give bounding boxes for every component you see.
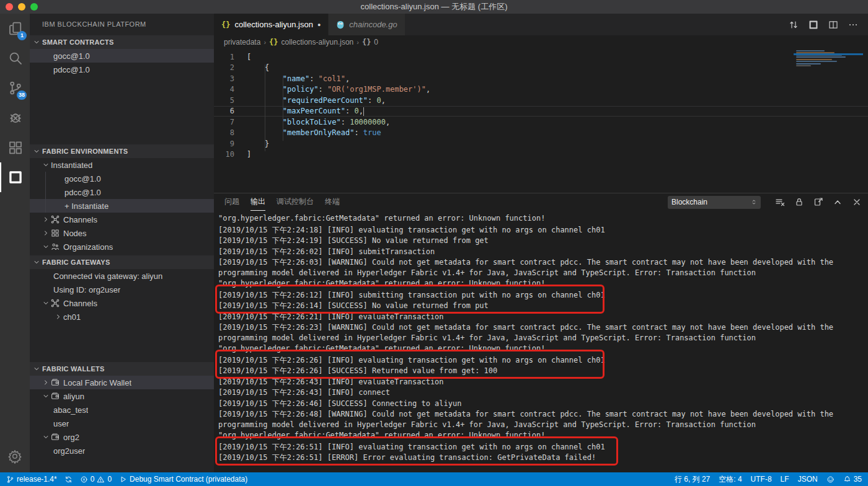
breadcrumb-item-0[interactable]: {}0 bbox=[362, 38, 378, 46]
tree-item-org2[interactable]: org2 bbox=[30, 430, 214, 444]
section-header-fabric-wallets[interactable]: FABRIC WALLETS bbox=[30, 362, 214, 376]
extensions-icon bbox=[8, 140, 23, 155]
code-line-6[interactable]: 6 "maxPeerCount": 0, bbox=[214, 106, 868, 117]
status-debug-launch[interactable]: Debug Smart Contract (privatedata) bbox=[119, 475, 247, 484]
status-indentation[interactable]: 空格: 4 bbox=[719, 474, 742, 485]
log-line-21: "org.hyperledger.fabric:GetMetadata" ret… bbox=[218, 431, 868, 442]
bell-icon bbox=[843, 475, 851, 484]
status-branch-label: release-1.4* bbox=[17, 475, 57, 484]
modified-dot-icon[interactable]: ● bbox=[317, 22, 321, 28]
code-line-1[interactable]: 1[ bbox=[214, 51, 868, 63]
wallet-icon bbox=[51, 378, 63, 387]
panel-tab-[interactable]: 问题 bbox=[224, 193, 239, 211]
tree-item-instantiated[interactable]: Instantiated bbox=[30, 158, 214, 172]
output-channel-select[interactable]: Blockchain bbox=[668, 196, 761, 209]
code-line-5[interactable]: 5 "requiredPeerCount": 0, bbox=[214, 95, 868, 106]
breadcrumb-item-collections-aliyun-json[interactable]: {}collections-aliyun.json bbox=[269, 38, 353, 46]
chevron-down-icon bbox=[32, 257, 42, 267]
panel-tab-[interactable]: 输出 bbox=[250, 193, 265, 211]
log-line-18: [2019/10/15 下午2:26:46] [SUCCESS] Connect… bbox=[218, 399, 868, 410]
zoom-window-button[interactable] bbox=[30, 3, 38, 11]
code-line-2[interactable]: 2 { bbox=[214, 63, 868, 74]
status-sync[interactable] bbox=[64, 475, 73, 484]
split-editor-button[interactable] bbox=[828, 20, 838, 30]
sidebar-title: IBM BLOCKCHAIN PLATFORM bbox=[30, 14, 214, 35]
status-branch[interactable]: release-1.4* bbox=[6, 475, 57, 484]
tab-chaincode-go[interactable]: chaincode.go bbox=[329, 14, 405, 35]
tree-item-user[interactable]: user bbox=[30, 417, 214, 430]
tree-item-organizations[interactable]: Organizations bbox=[30, 240, 214, 254]
status-problems[interactable]: 00 bbox=[80, 475, 112, 484]
log-line-15: [2019/10/15 下午2:26:26] [SUCCESS] Returne… bbox=[218, 366, 868, 377]
tree-item-gocc-1-0[interactable]: gocc@1.0 bbox=[30, 49, 214, 63]
tree-item-abac-test[interactable]: abac_test bbox=[30, 403, 214, 417]
code-line-7[interactable]: 7 "blockToLive": 10000000, bbox=[214, 117, 868, 128]
log-line-19: [2019/10/15 下午2:26:48] [WARNING] Could n… bbox=[218, 409, 868, 420]
tree-item-local-fabric-wallet[interactable]: Local Fabric Wallet bbox=[30, 376, 214, 389]
ibm-blockchain-button[interactable] bbox=[808, 20, 818, 30]
maximize-panel-button[interactable] bbox=[833, 197, 843, 207]
section-header-smart-contracts[interactable]: SMART CONTRACTS bbox=[30, 35, 214, 49]
tree-item-pdcc-1-0[interactable]: pdcc@1.0 bbox=[30, 185, 214, 199]
activity-item-extensions[interactable] bbox=[0, 133, 30, 162]
code-editor[interactable]: 1[2 {3 "name": "col1",4 "policy": "OR('o… bbox=[214, 49, 868, 193]
open-changes-button[interactable] bbox=[789, 20, 799, 30]
breadcrumb-label: collections-aliyun.json bbox=[281, 38, 354, 46]
settings-button[interactable] bbox=[0, 443, 30, 470]
tree-item-aliyun[interactable]: aliyun bbox=[30, 389, 214, 403]
ibm-blockchain-icon bbox=[808, 20, 818, 30]
tree-item-label: user bbox=[53, 419, 69, 428]
close-panel-button[interactable] bbox=[852, 197, 862, 207]
tab-collections-aliyun-json[interactable]: {}collections-aliyun.json● bbox=[214, 14, 329, 35]
code-line-3[interactable]: 3 "name": "col1", bbox=[214, 73, 868, 84]
open-log-in-editor-button[interactable] bbox=[813, 197, 823, 207]
channels-icon bbox=[51, 298, 63, 308]
tree-item-channels[interactable]: Channels bbox=[30, 213, 214, 226]
status-eol[interactable]: LF bbox=[781, 475, 789, 484]
more-button[interactable] bbox=[848, 20, 858, 30]
minimap[interactable] bbox=[794, 49, 863, 154]
tree-item-gocc-1-0[interactable]: gocc@1.0 bbox=[30, 172, 214, 185]
code-line-10[interactable]: 10] bbox=[214, 149, 868, 161]
breadcrumb-item-privatedata[interactable]: privatedata bbox=[224, 38, 260, 46]
tree-item-ch01[interactable]: ch01 bbox=[30, 310, 214, 324]
close-window-button[interactable] bbox=[6, 3, 13, 11]
section-header-fabric-environments[interactable]: FABRIC ENVIRONMENTS bbox=[30, 144, 214, 158]
activity-item-debug[interactable] bbox=[0, 103, 30, 133]
breadcrumb-label: 0 bbox=[374, 38, 378, 46]
tree-item-pdcc-1-0[interactable]: pdcc@1.0 bbox=[30, 63, 214, 76]
tree-item-channels[interactable]: Channels bbox=[30, 296, 214, 310]
activity-item-source-control[interactable]: 38 bbox=[0, 73, 30, 103]
clear-output-button[interactable] bbox=[775, 197, 785, 207]
minimize-window-button[interactable] bbox=[18, 3, 25, 11]
code-line-4[interactable]: 4 "policy": "OR('org1MSP.member')", bbox=[214, 84, 868, 95]
tree-item-connected-via-gateway-aliyun[interactable]: Connected via gateway: aliyun bbox=[30, 269, 214, 283]
status-cursor-position[interactable]: 行 6, 列 27 bbox=[675, 474, 710, 485]
line-number: 5 bbox=[214, 96, 234, 105]
panel-tab-[interactable]: 终端 bbox=[325, 193, 340, 211]
panel-tab-[interactable]: 调试控制台 bbox=[277, 193, 314, 211]
tree-item-label: aliyun bbox=[63, 392, 84, 401]
chevron-down-icon bbox=[41, 298, 51, 308]
activity-item-explorer[interactable]: 1 bbox=[0, 14, 30, 43]
tree-item-org2user[interactable]: org2user bbox=[30, 444, 214, 457]
code-text: "requiredPeerCount": 0, bbox=[234, 96, 386, 105]
activity-item-search[interactable] bbox=[0, 43, 30, 73]
status-encoding[interactable]: UTF-8 bbox=[751, 475, 772, 484]
tree-item-nodes[interactable]: Nodes bbox=[30, 226, 214, 240]
tree-item-label: Instantiated bbox=[51, 161, 92, 170]
code-line-9[interactable]: 9 } bbox=[214, 138, 868, 149]
activity-item-ibm-blockchain[interactable] bbox=[0, 162, 30, 192]
editor-tabs: {}collections-aliyun.json●chaincode.go bbox=[214, 14, 405, 35]
section-header-fabric-gateways[interactable]: FABRIC GATEWAYS bbox=[30, 255, 214, 269]
status-feedback[interactable] bbox=[826, 475, 835, 484]
tree-item-using-id-org2user[interactable]: Using ID: org2user bbox=[30, 283, 214, 296]
tab-label: collections-aliyun.json bbox=[234, 20, 312, 29]
lock-scroll-button[interactable] bbox=[794, 197, 804, 207]
status-language-mode[interactable]: JSON bbox=[798, 475, 818, 484]
code-line-8[interactable]: 8 "memberOnlyRead": true bbox=[214, 128, 868, 139]
tree-item-instantiate[interactable]: + Instantiate bbox=[30, 199, 214, 213]
log-line-5: [2019/10/15 下午2:26:03] [WARNING] Could n… bbox=[218, 257, 868, 268]
status-notifications[interactable]: 35 bbox=[843, 475, 862, 484]
log-line-3: [2019/10/15 下午2:24:19] [SUCCESS] No valu… bbox=[218, 236, 868, 247]
